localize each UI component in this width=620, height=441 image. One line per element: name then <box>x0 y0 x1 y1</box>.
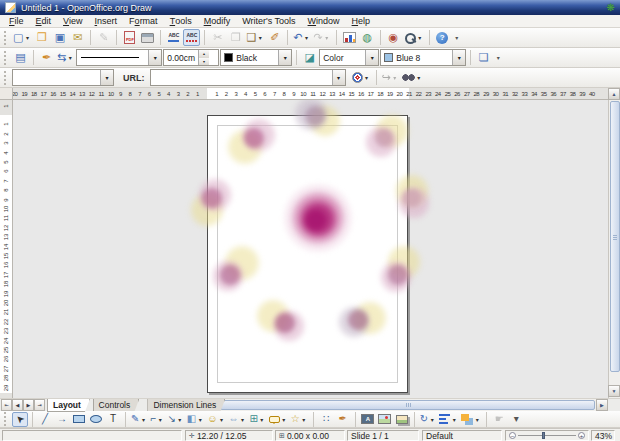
toolbar-grip[interactable] <box>4 51 7 65</box>
zoom-slider-thumb[interactable] <box>542 432 545 439</box>
menu-help[interactable]: Help <box>346 15 377 28</box>
print-button[interactable] <box>139 29 156 46</box>
flowchart-tool[interactable]: ⊞▾ <box>248 412 266 427</box>
status-position-field[interactable]: ✛ 12.20 / 12.05 <box>185 430 273 441</box>
line-filling-toolbar-overflow[interactable]: ▾ <box>493 49 503 66</box>
url-name-combo[interactable]: ▾ <box>12 69 114 86</box>
curve-tool[interactable]: ✎▾ <box>130 412 148 427</box>
scroll-right-button[interactable]: ▶ <box>596 399 608 411</box>
email-button[interactable]: ✉ <box>69 29 86 46</box>
spellcheck-button[interactable] <box>165 29 182 46</box>
hyperlink-button[interactable]: ◍ <box>359 29 376 46</box>
toolbar-grip[interactable] <box>4 31 7 45</box>
undo-button[interactable]: ↶▾ <box>292 29 311 46</box>
line-color-dropdown[interactable]: ▾ <box>278 50 291 65</box>
new-document-button-dropdown[interactable]: ▾ <box>23 34 31 41</box>
alignment-button-dropdown[interactable]: ▾ <box>450 416 458 423</box>
basic-shapes-tool-dropdown[interactable]: ▾ <box>196 416 204 423</box>
ellipse-tool[interactable] <box>88 412 104 427</box>
line-style-combo[interactable]: ▾ <box>76 49 162 66</box>
menu-tools[interactable]: Tools <box>164 15 198 28</box>
shadow-button[interactable]: ❏ <box>475 49 492 66</box>
zoom-slider[interactable]: − + <box>509 432 585 439</box>
status-size-field[interactable]: ⊞ 0.00 x 0.00 <box>275 430 345 441</box>
save-button[interactable]: ▣ <box>51 29 68 46</box>
symbol-shapes-tool-dropdown[interactable]: ▾ <box>217 416 225 423</box>
lines-arrows-tool[interactable]: ↘▾ <box>166 412 184 427</box>
drawing-page[interactable] <box>207 115 408 393</box>
canvas[interactable] <box>13 100 608 398</box>
line-width-down[interactable]: ▾ <box>199 58 209 66</box>
flowchart-tool-dropdown[interactable]: ▾ <box>258 416 266 423</box>
menu-file[interactable]: File <box>3 15 30 28</box>
layer-tab-layout[interactable]: Layout <box>47 399 90 412</box>
connector-tool-dropdown[interactable]: ▾ <box>156 416 164 423</box>
status-page-style-field[interactable]: Default <box>422 430 502 441</box>
open-button[interactable]: ❒ <box>33 29 50 46</box>
area-dialog-button[interactable]: ◪ <box>301 49 318 66</box>
alignment-button[interactable]: ▾ <box>438 412 459 427</box>
arrange-button-dropdown[interactable]: ▾ <box>473 416 481 423</box>
navigator-button[interactable]: ◉ <box>385 29 402 46</box>
line-tool[interactable]: ╱ <box>37 412 53 427</box>
zoom-out-button[interactable]: − <box>509 432 516 439</box>
vertical-scrollbar-thumb[interactable] <box>610 101 620 372</box>
standard-toolbar-overflow[interactable]: ▾ <box>452 29 462 46</box>
zoom-in-button[interactable]: + <box>578 432 585 439</box>
glue-points-tool[interactable]: ✒ <box>335 412 351 427</box>
line-style-dropdown[interactable]: ▾ <box>148 50 161 65</box>
new-document-button[interactable]: ▢▾ <box>12 29 32 46</box>
zoom-button-dropdown[interactable]: ▾ <box>416 34 424 41</box>
from-file-button[interactable] <box>377 412 393 427</box>
stars-tool[interactable]: ☆▾ <box>290 412 309 427</box>
arrow-tool[interactable]: → <box>54 412 70 427</box>
scroll-up-button[interactable]: ▲ <box>608 88 620 100</box>
target-frame-dropdown[interactable]: ▾ <box>363 74 371 81</box>
menu-window[interactable]: Window <box>302 15 346 28</box>
connector-tool[interactable]: ⌐▾ <box>149 412 165 427</box>
rectangle-tool[interactable] <box>71 412 87 427</box>
text-tool[interactable]: T <box>105 412 121 427</box>
url-input-dropdown[interactable]: ▾ <box>332 70 345 85</box>
menu-view[interactable]: View <box>57 15 89 28</box>
export-pdf-button[interactable] <box>121 29 138 46</box>
last-layer-button[interactable]: ⇥ <box>34 399 45 411</box>
vertical-scrollbar[interactable]: ▲ ▼ <box>608 88 620 398</box>
status-slide-field[interactable]: Slide 1 / 1 <box>347 430 419 441</box>
line-color-combo[interactable]: Black ▾ <box>220 49 292 66</box>
url-input-combo[interactable]: ▾ <box>150 69 346 86</box>
first-layer-button[interactable]: ⇤ <box>1 399 12 411</box>
paste-button[interactable]: ❑▾ <box>245 29 265 46</box>
block-arrows-tool[interactable]: ⇔▾ <box>227 412 247 427</box>
drawing-toolbar-overflow[interactable]: ▾ <box>508 412 524 427</box>
basic-shapes-tool[interactable]: ◧▾ <box>186 412 205 427</box>
menu-modify[interactable]: Modify <box>198 15 237 28</box>
menu-insert[interactable]: Insert <box>89 15 124 28</box>
fill-color-dropdown[interactable]: ▾ <box>452 50 465 65</box>
scroll-down-button[interactable]: ▼ <box>608 385 620 397</box>
help-button[interactable] <box>434 29 451 46</box>
callouts-tool-dropdown[interactable]: ▾ <box>280 416 288 423</box>
next-layer-button[interactable]: ▶ <box>23 399 34 411</box>
vertical-ruler[interactable]: 1123456789101112131415161718192021222324… <box>0 100 13 398</box>
block-arrows-tool-dropdown[interactable]: ▾ <box>238 416 246 423</box>
points-tool[interactable]: ∷ <box>318 412 334 427</box>
auto-spellcheck-button[interactable] <box>183 29 200 46</box>
rotate-button[interactable]: ↻▾ <box>419 412 437 427</box>
chart-button[interactable] <box>341 29 358 46</box>
find-dropdown[interactable]: ▾ <box>415 74 423 81</box>
fill-type-combo[interactable]: Color ▾ <box>319 49 379 66</box>
fill-color-combo[interactable]: Blue 8 ▾ <box>380 49 466 66</box>
arrange-button[interactable]: ▾ <box>460 412 482 427</box>
target-frame-button[interactable]: ▾ <box>351 69 372 86</box>
menu-writer-s-tools[interactable]: Writer's Tools <box>236 15 301 28</box>
symbol-shapes-tool[interactable]: ☺▾ <box>206 412 226 427</box>
curve-tool-dropdown[interactable]: ▾ <box>139 416 147 423</box>
callouts-tool[interactable]: ▾ <box>268 412 289 427</box>
line-width-spinner[interactable]: 0.00cm ▴▾ <box>163 49 219 66</box>
stars-tool-dropdown[interactable]: ▾ <box>300 416 308 423</box>
line-dialog-button[interactable]: ✒ <box>38 49 55 66</box>
find-button[interactable]: ▾ <box>401 69 424 86</box>
select-tool[interactable]: ➤ <box>12 412 28 427</box>
url-name-dropdown[interactable]: ▾ <box>100 70 113 85</box>
